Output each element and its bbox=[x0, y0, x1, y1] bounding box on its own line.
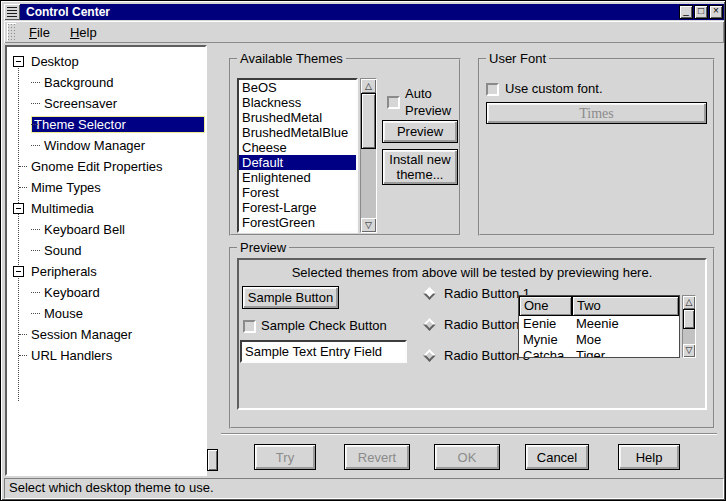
theme-list-item[interactable]: BrushedMetal bbox=[239, 110, 356, 125]
menu-help[interactable]: Help bbox=[60, 23, 107, 42]
capplet-tree-panel: Desktop Background Screensaver Theme Sel… bbox=[5, 45, 207, 476]
control-center-window: Control Center _ □ × File Help Desktop B… bbox=[0, 0, 726, 501]
preview-button[interactable]: Preview bbox=[382, 120, 458, 143]
tree-item-url-handlers[interactable]: URL Handlers bbox=[7, 345, 205, 366]
scrollbar-thumb[interactable] bbox=[683, 309, 695, 329]
radio-button-2[interactable]: Radio Button 2 bbox=[425, 317, 530, 332]
install-new-theme-button[interactable]: Install new theme... bbox=[382, 149, 458, 185]
table-row[interactable]: Eenie Meenie bbox=[519, 316, 679, 332]
sample-button[interactable]: Sample Button bbox=[242, 286, 339, 309]
collapse-expander-icon[interactable] bbox=[13, 203, 24, 214]
tree-item-multimedia[interactable]: Multimedia bbox=[7, 198, 205, 219]
action-separator bbox=[221, 433, 717, 435]
use-custom-font-checkbox[interactable] bbox=[486, 83, 499, 96]
font-picker-button[interactable]: Times bbox=[486, 102, 707, 124]
revert-button[interactable]: Revert bbox=[344, 444, 410, 470]
theme-list-item[interactable]: BrushedMetalBlue bbox=[239, 125, 356, 140]
tree-item-gnome-edit-properties[interactable]: Gnome Edit Properties bbox=[7, 156, 205, 177]
tree-item-window-manager[interactable]: Window Manager bbox=[7, 135, 205, 156]
theme-list-scrollbar[interactable]: △ ▽ bbox=[360, 78, 377, 233]
preview-caption: Selected themes from above will be teste… bbox=[237, 265, 707, 280]
minimize-icon: _ bbox=[680, 5, 692, 17]
scroll-up-icon[interactable]: △ bbox=[361, 79, 376, 93]
try-button[interactable]: Try bbox=[254, 444, 316, 470]
minimize-button[interactable]: _ bbox=[679, 5, 693, 19]
cancel-button[interactable]: Cancel bbox=[525, 444, 589, 470]
sample-text-entry[interactable] bbox=[240, 340, 407, 363]
sample-check-button[interactable] bbox=[243, 320, 256, 333]
scroll-down-icon[interactable]: ▽ bbox=[361, 218, 376, 232]
user-font-frame-label: User Font bbox=[486, 51, 549, 66]
titlebar[interactable]: Control Center _ □ × bbox=[4, 4, 724, 20]
table-header-row: One Two bbox=[519, 296, 679, 316]
tree-item-session-manager[interactable]: Session Manager bbox=[7, 324, 205, 345]
tree-item-theme-selector[interactable]: Theme Selector bbox=[7, 114, 205, 135]
radio-diamond-icon bbox=[423, 349, 436, 362]
help-button[interactable]: Help bbox=[618, 444, 680, 470]
tree-item-desktop[interactable]: Desktop bbox=[7, 51, 205, 72]
menubar-grip[interactable] bbox=[7, 23, 16, 41]
scroll-down-icon[interactable]: ▽ bbox=[683, 344, 695, 357]
tree-item-mime-types[interactable]: Mime Types bbox=[7, 177, 205, 198]
tree-item-screensaver[interactable]: Screensaver bbox=[7, 93, 205, 114]
auto-preview-checkbox[interactable] bbox=[387, 96, 400, 109]
tree-item-keyboard[interactable]: Keyboard bbox=[7, 282, 205, 303]
sample-check-button-label: Sample Check Button bbox=[261, 318, 387, 333]
close-button[interactable]: × bbox=[709, 5, 723, 19]
tree-item-peripherals[interactable]: Peripherals bbox=[7, 261, 205, 282]
auto-preview-label: Auto Preview bbox=[405, 85, 459, 119]
theme-list-item[interactable]: Blackness bbox=[239, 95, 356, 110]
tree-item-mouse[interactable]: Mouse bbox=[7, 303, 205, 324]
collapse-expander-icon[interactable] bbox=[13, 266, 24, 277]
theme-list-item[interactable]: Enlightened bbox=[239, 170, 356, 185]
window-menu-icon bbox=[7, 7, 17, 17]
theme-list-item[interactable]: Cheese bbox=[239, 140, 356, 155]
table-row[interactable]: Catcha Tiger bbox=[519, 348, 679, 358]
radio-diamond-icon bbox=[423, 318, 436, 331]
theme-list[interactable]: BeOS Blackness BrushedMetal BrushedMetal… bbox=[237, 78, 358, 233]
tree-item-sound[interactable]: Sound bbox=[7, 240, 205, 261]
theme-list-item[interactable]: ForestGreen bbox=[239, 215, 356, 230]
window-menu-button[interactable] bbox=[4, 4, 20, 20]
radio-diamond-icon bbox=[423, 287, 436, 300]
close-icon: × bbox=[710, 5, 722, 17]
preview-frame-label: Preview bbox=[237, 240, 289, 255]
maximize-icon: □ bbox=[695, 5, 707, 17]
theme-list-item[interactable]: BeOS bbox=[239, 80, 356, 95]
radio-button-3[interactable]: Radio Button 3 bbox=[425, 348, 530, 363]
collapse-expander-icon[interactable] bbox=[13, 56, 24, 67]
scroll-up-icon[interactable]: △ bbox=[683, 296, 695, 309]
menu-file[interactable]: File bbox=[19, 23, 60, 42]
sample-list-scrollbar[interactable]: △ ▽ bbox=[682, 295, 696, 358]
status-bar: Select which desktop theme to use. bbox=[4, 478, 724, 499]
tree-item-keyboard-bell[interactable]: Keyboard Bell bbox=[7, 219, 205, 240]
available-themes-frame-label: Available Themes bbox=[237, 51, 346, 66]
pane-splitter-handle[interactable] bbox=[207, 449, 218, 471]
ok-button[interactable]: OK bbox=[434, 444, 500, 470]
menubar: File Help bbox=[4, 21, 724, 43]
use-custom-font-label: Use custom font. bbox=[505, 81, 603, 96]
tree-item-background[interactable]: Background bbox=[7, 72, 205, 93]
capplet-tree: Desktop Background Screensaver Theme Sel… bbox=[7, 47, 205, 366]
sample-list-table[interactable]: One Two Eenie Meenie Mynie Moe Catcha Ti… bbox=[518, 295, 680, 358]
column-header-two[interactable]: Two bbox=[572, 296, 679, 316]
theme-list-item[interactable]: Forest-Large bbox=[239, 200, 356, 215]
theme-list-item-selected[interactable]: Default bbox=[239, 155, 356, 170]
window-title: Control Center bbox=[20, 5, 679, 19]
radio-button-1[interactable]: Radio Button 1 bbox=[425, 286, 530, 301]
table-row[interactable]: Mynie Moe bbox=[519, 332, 679, 348]
theme-list-item[interactable]: Forest bbox=[239, 185, 356, 200]
column-header-one[interactable]: One bbox=[519, 296, 572, 316]
pane-splitter[interactable] bbox=[207, 45, 218, 476]
maximize-button[interactable]: □ bbox=[694, 5, 708, 19]
scrollbar-thumb[interactable] bbox=[361, 93, 376, 149]
